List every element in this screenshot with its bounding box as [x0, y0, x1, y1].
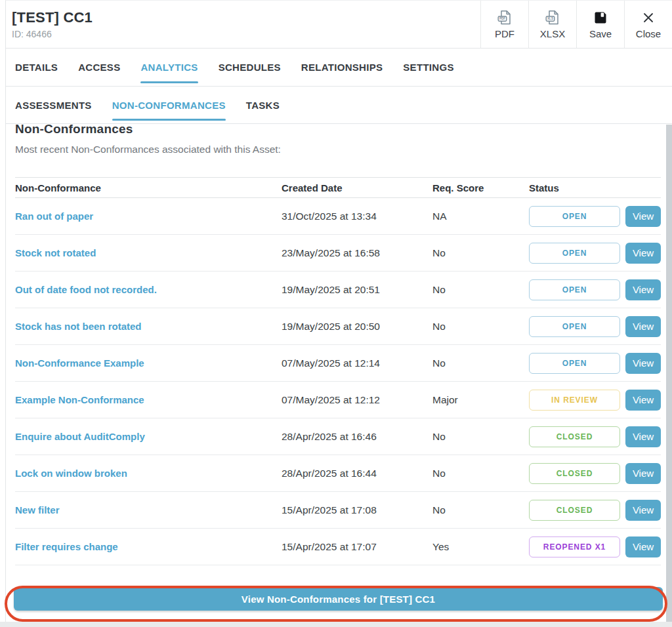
table-header-row: Non-Conformance Created Date Req. Score … — [15, 177, 661, 198]
view-all-non-conformances-button[interactable]: View Non-Conformances for [TEST] CC1 — [14, 587, 663, 611]
non-conformance-link[interactable]: Out of date food not recorded. — [15, 284, 157, 295]
tab-analytics[interactable]: ANALYTICS — [140, 49, 198, 86]
created-date-cell: 15/Apr/2025 at 17:07 — [282, 541, 432, 553]
req-score-cell: No — [432, 284, 529, 296]
created-date-cell: 19/May/2025 at 20:51 — [282, 284, 432, 296]
req-score-cell: NA — [432, 211, 529, 222]
created-date-cell: 15/Apr/2025 at 17:08 — [282, 504, 432, 516]
status-badge: OPEN — [529, 353, 620, 374]
vertical-scrollbar[interactable] — [666, 125, 672, 622]
created-date-cell: 23/May/2025 at 16:58 — [282, 247, 432, 259]
header-actions: PDF PDF XLS XLSX — [480, 1, 672, 48]
main-tab-bar: DETAILSACCESSANALYTICSSCHEDULESRELATIONS… — [6, 49, 672, 87]
save-label: Save — [589, 28, 612, 39]
non-conformance-link[interactable]: New filter — [15, 504, 60, 516]
non-conformances-table: Non-Conformance Created Date Req. Score … — [15, 177, 661, 565]
tab-relationships[interactable]: RELATIONSHIPS — [301, 49, 383, 86]
req-score-cell: Major — [432, 394, 529, 406]
close-label: Close — [636, 28, 661, 39]
tab-access[interactable]: ACCESS — [78, 49, 120, 86]
column-header-req-score: Req. Score — [432, 182, 529, 193]
view-button[interactable]: View — [625, 316, 661, 337]
analytics-sub-tab-bar: ASSESSMENTSNON-CONFORMANCESTASKS — [6, 87, 672, 124]
svg-text:PDF: PDF — [499, 17, 505, 20]
tab-content: Non-Conformances Most recent Non-Conform… — [6, 124, 672, 622]
non-conformance-link[interactable]: Stock not rotated — [15, 247, 96, 258]
req-score-cell: No — [432, 321, 529, 333]
title-block: [TEST] CC1 ID: 46466 — [6, 1, 93, 48]
view-button[interactable]: View — [625, 279, 661, 300]
status-badge: CLOSED — [529, 426, 620, 447]
column-header-non-conformance: Non-Conformance — [15, 182, 282, 193]
view-button[interactable]: View — [625, 463, 661, 484]
non-conformance-link[interactable]: Filter requires change — [15, 541, 118, 552]
export-pdf-button[interactable]: PDF PDF — [480, 1, 528, 48]
dialog-header: [TEST] CC1 ID: 46466 PDF PDF — [6, 1, 672, 49]
status-badge: OPEN — [529, 316, 620, 337]
svg-text:XLS: XLS — [547, 17, 553, 20]
req-score-cell: No — [432, 504, 529, 516]
view-button[interactable]: View — [625, 500, 661, 521]
non-conformance-link[interactable]: Lock on window broken — [15, 468, 127, 479]
non-conformance-link[interactable]: Non-Conformance Example — [15, 357, 144, 369]
save-floppy-icon — [592, 9, 609, 26]
pdf-file-icon: PDF — [496, 9, 513, 26]
non-conformance-link[interactable]: Stock has not been rotated — [15, 321, 142, 332]
subtab-tasks[interactable]: TASKS — [246, 87, 280, 123]
subtab-non-conformances[interactable]: NON-CONFORMANCES — [112, 87, 226, 123]
table-row: Example Non-Conformance 07/May/2025 at 1… — [15, 382, 661, 418]
created-date-cell: 31/Oct/2025 at 13:34 — [282, 211, 432, 222]
status-badge: CLOSED — [529, 463, 620, 484]
section-heading-clip: Non-Conformances — [15, 125, 672, 138]
req-score-cell: No — [432, 357, 529, 369]
view-button[interactable]: View — [625, 206, 661, 227]
export-xlsx-button[interactable]: XLS XLSX — [528, 1, 576, 48]
view-button[interactable]: View — [625, 353, 661, 374]
table-row: Out of date food not recorded. 19/May/20… — [15, 272, 661, 308]
tab-details[interactable]: DETAILS — [15, 49, 58, 86]
export-xlsx-label: XLSX — [540, 28, 565, 39]
status-badge: IN REVIEW — [529, 390, 620, 411]
xlsx-file-icon: XLS — [544, 9, 561, 26]
asset-dialog: [TEST] CC1 ID: 46466 PDF PDF — [5, 0, 672, 622]
status-badge: OPEN — [529, 206, 620, 227]
non-conformance-link[interactable]: Example Non-Conformance — [15, 394, 144, 405]
tab-schedules[interactable]: SCHEDULES — [219, 49, 281, 86]
tab-settings[interactable]: SETTINGS — [403, 49, 453, 86]
section-subtitle: Most recent Non-Conformances associated … — [15, 144, 672, 155]
subtab-assessments[interactable]: ASSESSMENTS — [15, 87, 92, 123]
created-date-cell: 28/Apr/2025 at 16:46 — [282, 431, 432, 443]
table-row: Ran out of paper 31/Oct/2025 at 13:34 NA… — [15, 198, 661, 235]
req-score-cell: No — [432, 468, 529, 479]
asset-id: ID: 46466 — [12, 29, 93, 39]
non-conformance-link[interactable]: Ran out of paper — [15, 211, 93, 222]
table-row: New filter 15/Apr/2025 at 17:08 No CLOSE… — [15, 492, 661, 529]
non-conformance-link[interactable]: Enquire about AuditComply — [15, 431, 145, 442]
status-badge: OPEN — [529, 279, 620, 300]
column-header-status: Status — [529, 182, 625, 193]
view-button[interactable]: View — [625, 426, 661, 447]
view-button[interactable]: View — [625, 536, 661, 557]
close-x-icon — [640, 9, 657, 26]
status-badge: REOPENED X1 — [529, 536, 620, 557]
export-pdf-label: PDF — [495, 28, 514, 39]
req-score-cell: No — [432, 431, 529, 443]
column-header-created-date: Created Date — [282, 182, 432, 193]
status-badge: CLOSED — [529, 500, 620, 521]
section-heading: Non-Conformances — [15, 125, 672, 136]
req-score-cell: No — [432, 247, 529, 259]
save-button[interactable]: Save — [576, 1, 624, 48]
table-row: Lock on window broken 28/Apr/2025 at 16:… — [15, 455, 661, 492]
table-body: Ran out of paper 31/Oct/2025 at 13:34 NA… — [15, 198, 661, 565]
view-button[interactable]: View — [625, 243, 661, 264]
status-badge: OPEN — [529, 243, 620, 264]
req-score-cell: Yes — [432, 541, 529, 553]
screen: [TEST] CC1 ID: 46466 PDF PDF — [0, 0, 672, 627]
table-row: Stock has not been rotated 19/May/2025 a… — [15, 308, 661, 345]
table-row: Filter requires change 15/Apr/2025 at 17… — [15, 529, 661, 565]
table-row: Stock not rotated 23/May/2025 at 16:58 N… — [15, 235, 661, 272]
close-button[interactable]: Close — [624, 1, 672, 48]
table-row: Non-Conformance Example 07/May/2025 at 1… — [15, 345, 661, 382]
table-row: Enquire about AuditComply 28/Apr/2025 at… — [15, 418, 661, 455]
view-button[interactable]: View — [625, 390, 661, 411]
